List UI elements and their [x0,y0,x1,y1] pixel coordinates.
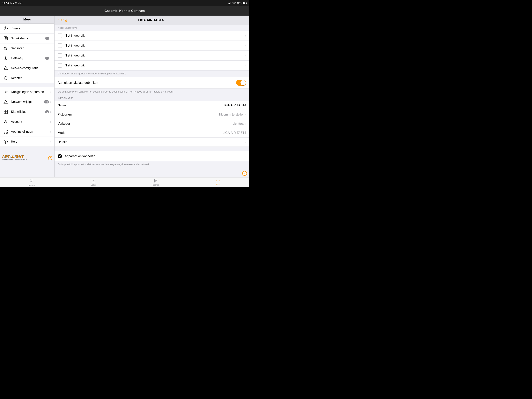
checkbox-1 [58,33,62,38]
pictogram-link: Tik om in te stellen › [219,113,246,116]
disconnect-label: Apparaat ontkoppelen [65,154,245,158]
tab-scenes-label: Scènes [152,184,159,186]
toggle-info: Op de knop tikken schakelt het geconfigu… [55,89,249,95]
help-button[interactable]: ? [242,171,247,176]
tab-bar: Lampen A Galerij Scènes ••• [0,177,249,187]
shield-icon [3,76,8,81]
clock-icon [3,26,8,31]
svg-rect-22 [4,130,5,131]
pictogram-value: Tik om in te stellen [219,113,245,116]
naam-row: Naam LIGA.AIR.TAST4 [55,101,249,110]
svg-marker-14 [4,66,7,70]
pictogram-label: Pictogram [58,113,219,116]
tab-lampen[interactable]: Lampen [0,178,62,187]
sidebar-item-netwerk-wijzigen[interactable]: Netwerk wijzigen 40 › [0,97,54,107]
chevron-icon: › [245,64,246,67]
signal-icon [228,2,231,4]
svg-rect-17 [4,110,6,112]
drukknop-row-4[interactable]: Niet in gebruik › [55,61,249,71]
sidebar-label-help: Help [11,140,50,143]
sidebar-divider-1 [0,83,54,87]
svg-rect-1 [229,3,230,4]
back-button[interactable]: ‹ Terug [58,18,67,22]
tab-lampen-label: Lampen [28,184,35,186]
spacer [55,147,249,149]
verkoper-row: Verkoper Lichtteam [55,119,249,129]
details-row[interactable]: Details › [55,138,249,147]
chevron-icon: › [50,57,51,60]
chevron-icon: › [50,130,51,133]
tab-galerij-label: Galerij [91,184,96,186]
status-bar: 14:56 Ma 21 dec. 46% [0,0,249,6]
naam-label: Naam [58,104,222,107]
disconnect-row[interactable]: ✕ Apparaat ontkoppelen › [55,151,249,161]
person-icon [3,119,8,124]
sidebar-item-nabijgelegen[interactable]: Nabijgelegen apparaten › [0,87,54,97]
badge-schakelaars: 1 [45,37,49,40]
chevron-icon: › [245,141,246,144]
disconnect-icon: ✕ [58,154,62,158]
svg-point-21 [5,120,6,122]
sidebar-help-button[interactable]: ? [48,156,52,160]
svg-rect-20 [6,112,7,114]
sidebar-item-netwerkconfiguratie[interactable]: Netwerkconfiguratie › [0,63,54,73]
checkbox-2 [58,44,62,48]
sidebar-section-2: Nabijgelegen apparaten › Netwerk wijzige… [0,87,54,147]
badge-gateway: 1 [45,57,49,60]
svg-text:i: i [5,141,6,143]
meer-icon: ••• [216,179,221,183]
sidebar-label-rechten: Rechten [11,76,50,80]
grid-icon [3,109,8,114]
switch-icon [3,36,8,41]
sidebar-item-site-wijzigen[interactable]: Site wijzigen 1 › [0,107,54,117]
tab-scenes[interactable]: Scènes [125,178,187,187]
sidebar-item-schakelaars[interactable]: Schakelaars 1 › [0,33,54,44]
verkoper-value: Lichtteam [233,122,246,125]
badge-site-wijzigen: 1 [45,110,49,113]
sidebar-label-site-wijzigen: Site wijzigen [11,110,45,114]
model-row: Model LIGA.AIR.TAST4 [55,129,249,138]
svg-point-13 [5,58,6,59]
sidebar-label-app-instellingen: App-instellingen [11,130,50,134]
drukknop-row-1[interactable]: Niet in gebruik › [55,31,249,41]
svg-rect-25 [6,132,7,134]
info-icon: i [3,139,8,144]
svg-point-15 [5,91,6,93]
model-value: LIGA.AIR.TAST4 [222,131,246,135]
content-title: LIGA.AIR.TAST4 [67,18,234,22]
toggle-label: Aan-uit-schakelaar gebruiken [58,81,236,84]
sidebar-item-app-instellingen[interactable]: App-instellingen › [0,127,54,137]
pictogram-row[interactable]: Pictogram Tik om in te stellen › [55,110,249,119]
chevron-icon: › [50,100,51,103]
app-header: Casambi Kennis Centrum [0,6,249,16]
sidebar-item-help[interactable]: i Help › [0,137,54,147]
sidebar-item-account[interactable]: Account › [0,117,54,127]
sidebar-item-gateway[interactable]: Gateway 1 › [0,53,54,63]
status-date: Ma 21 dec. [10,2,23,5]
tab-meer[interactable]: ••• Meer [187,178,249,187]
appsettings-icon [3,129,8,134]
gateway-icon [3,56,8,61]
content-panel: ‹ Terug LIGA.AIR.TAST4 DRUKKNOPPEN Niet … [55,16,249,177]
drukknoppen-info: Controleert wat er gebeurt wanneer drukk… [55,71,249,77]
svg-point-11 [5,48,6,49]
svg-rect-5 [243,2,245,4]
chevron-icon: › [50,77,51,80]
svg-rect-24 [4,132,5,134]
sidebar-item-timers[interactable]: Timers › [0,24,54,33]
chevron-icon: › [245,155,246,158]
svg-rect-23 [6,130,7,131]
sidebar-item-sensoren[interactable]: Sensoren › [0,44,54,53]
status-time: 14:56 [2,2,9,5]
sidebar: Meer Timers › Schakelaars 1 [0,16,55,177]
chevron-icon: › [245,34,246,37]
toggle-switch[interactable] [236,80,246,86]
details-label: Details [58,140,245,144]
drukknop-row-2[interactable]: Niet in gebruik › [55,41,249,51]
svg-text:A: A [93,180,94,182]
sidebar-item-rechten[interactable]: Rechten › [0,73,54,83]
tab-galerij[interactable]: A Galerij [62,178,125,187]
verkoper-label: Verkoper [58,122,233,125]
drukknop-row-3[interactable]: Niet in gebruik › [55,51,249,61]
model-label: Model [58,131,222,135]
